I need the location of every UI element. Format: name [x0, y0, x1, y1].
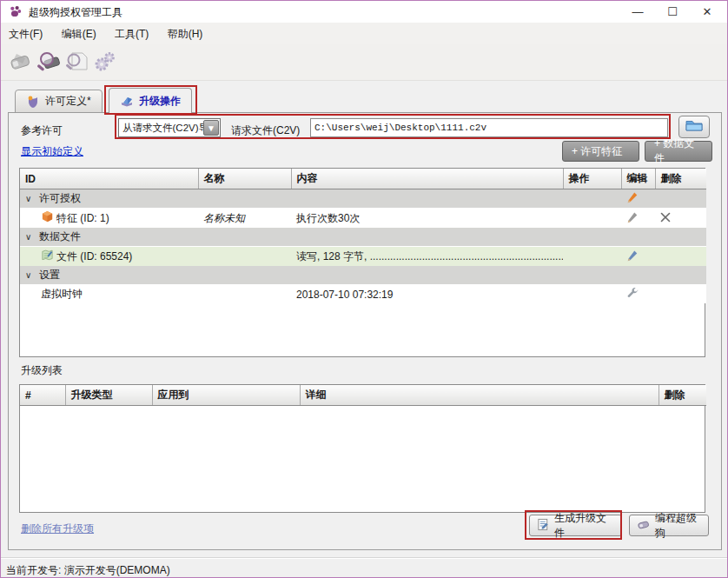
- license-group-row[interactable]: ∨数据文件: [20, 228, 706, 247]
- program-superdog-button[interactable]: 编程超级狗: [629, 515, 709, 536]
- row-id-label: 许可授权: [39, 192, 81, 204]
- reference-source-value: 从请求文件(C2V)导入: [119, 122, 203, 135]
- title-bar: 超级狗授权管理工具 — ☐ ✕: [1, 1, 727, 23]
- row-content: 读写, 128 字节, ............................…: [291, 247, 563, 267]
- menu-bar: 文件(F) 编辑(E) 工具(T) 帮助(H): [1, 23, 727, 44]
- menu-help[interactable]: 帮助(H): [160, 23, 211, 46]
- tab-upgrade-operation[interactable]: 升级操作: [109, 88, 192, 114]
- upgrade-table: #升级类型应用到详细删除: [20, 385, 706, 406]
- file-doc-icon: [41, 249, 56, 264]
- license-table-container: ID名称内容操作编辑删除 ∨许可授权特征 (ID: 1)名称未知执行次数30次∨…: [19, 168, 705, 357]
- row-action-cell: [563, 228, 621, 247]
- show-initial-definition-link[interactable]: 显示初始定义: [21, 144, 83, 159]
- app-paw-icon: [8, 4, 23, 19]
- request-file-label: 请求文件(C2V): [231, 123, 300, 138]
- generate-upgrade-file-button[interactable]: 生成升级文件: [529, 515, 622, 536]
- row-action-cell: [563, 285, 621, 304]
- upgrade-column-header-0[interactable]: #: [20, 385, 65, 406]
- view-file-icon[interactable]: [63, 49, 89, 75]
- minimize-button[interactable]: —: [621, 1, 654, 23]
- row-content: 执行次数30次: [291, 209, 563, 229]
- row-content: 2018-07-10 07:32:19: [291, 285, 563, 304]
- settings-gears-icon[interactable]: [91, 49, 117, 75]
- license-header-row: ID名称内容操作编辑删除: [20, 169, 706, 189]
- row-id-label: 文件 (ID: 65524): [56, 250, 132, 262]
- request-file-path-input[interactable]: C:\Users\weij\Desktop\1111.c2v: [310, 118, 668, 137]
- license-item-row[interactable]: 虚拟时钟2018-07-10 07:32:19: [20, 285, 706, 304]
- maximize-button[interactable]: ☐: [656, 1, 689, 23]
- upgrade-column-header-2[interactable]: 应用到: [152, 385, 300, 406]
- inspect-dongle-icon[interactable]: [36, 49, 62, 75]
- upgrade-panel: 参考许可 从请求文件(C2V)导入 ▼ 请求文件(C2V) C:\Users\w…: [8, 112, 722, 550]
- current-developer-id: 当前开发号: 演示开发号(DEMOMA): [6, 563, 170, 578]
- edit-button[interactable]: [626, 191, 639, 206]
- close-button[interactable]: ✕: [691, 1, 724, 23]
- upgrade-table-container: #升级类型应用到详细删除: [19, 384, 705, 513]
- row-id-label: 虚拟时钟: [41, 288, 83, 300]
- row-content: [291, 228, 563, 247]
- upgrade-column-header-4[interactable]: 删除: [659, 385, 706, 406]
- license-item-row[interactable]: 特征 (ID: 1)名称未知执行次数30次: [20, 209, 706, 229]
- edit-button[interactable]: [626, 249, 639, 264]
- app-window: 超级狗授权管理工具 — ☐ ✕ 文件(F) 编辑(E) 工具(T) 帮助(H): [0, 0, 728, 578]
- status-bar: 当前开发号: 演示开发号(DEMOMA): [1, 559, 727, 578]
- add-data-file-button[interactable]: + 数据文件: [645, 141, 712, 162]
- row-name: [198, 228, 291, 247]
- menu-tools[interactable]: 工具(T): [107, 23, 156, 46]
- row-action-cell: [563, 247, 621, 267]
- tab-license-label: 许可定义*: [45, 94, 91, 109]
- collapse-chevron-icon[interactable]: ∨: [25, 232, 39, 242]
- menu-edit[interactable]: 编辑(E): [54, 23, 104, 46]
- row-id-label: 设置: [39, 269, 60, 281]
- upgrade-column-header-1[interactable]: 升级类型: [65, 385, 152, 406]
- upgrade-column-header-3[interactable]: 详细: [300, 385, 659, 406]
- license-table-body: ∨许可授权特征 (ID: 1)名称未知执行次数30次∨数据文件文件 (ID: 6…: [20, 189, 706, 304]
- collapse-chevron-icon[interactable]: ∨: [25, 194, 39, 203]
- program-superdog-label: 编程超级狗: [655, 511, 701, 541]
- license-group-row[interactable]: ∨许可授权: [20, 189, 706, 209]
- upgrade-header-row: #升级类型应用到详细删除: [20, 385, 706, 406]
- upgrade-list-title: 升级列表: [21, 363, 63, 378]
- chevron-down-icon[interactable]: ▼: [203, 120, 219, 136]
- collapse-chevron-icon[interactable]: ∨: [25, 270, 39, 280]
- toolbar: [1, 44, 727, 81]
- row-action-cell: [563, 209, 621, 229]
- row-name: [198, 247, 291, 267]
- generate-upgrade-file-label: 生成升级文件: [554, 511, 614, 541]
- edit-button[interactable]: [626, 287, 639, 302]
- generate-file-icon: [537, 518, 550, 534]
- license-column-header-1[interactable]: 名称: [198, 169, 291, 189]
- license-column-header-0[interactable]: ID: [20, 169, 198, 189]
- license-table: ID名称内容操作编辑删除 ∨许可授权特征 (ID: 1)名称未知执行次数30次∨…: [20, 169, 706, 303]
- row-id-label: 特征 (ID: 1): [56, 212, 109, 224]
- reference-license-label: 参考许可: [21, 123, 63, 138]
- row-name: [198, 266, 291, 285]
- program-dongle-icon[interactable]: [8, 49, 34, 75]
- tab-license-definition[interactable]: 许可定义*: [15, 90, 103, 113]
- row-action-cell: [563, 189, 621, 209]
- edit-button[interactable]: [626, 211, 639, 226]
- row-name: [198, 189, 291, 209]
- license-column-header-4[interactable]: 编辑: [621, 169, 655, 189]
- row-content: [291, 189, 563, 209]
- menu-file[interactable]: 文件(F): [1, 23, 50, 46]
- license-group-row[interactable]: ∨设置: [20, 266, 706, 285]
- row-id-label: 数据文件: [39, 230, 81, 242]
- feature-cube-icon: [41, 210, 56, 226]
- license-column-header-3[interactable]: 操作: [563, 169, 621, 189]
- license-column-header-5[interactable]: 删除: [655, 169, 706, 189]
- tab-upgrade-label: 升级操作: [139, 94, 181, 109]
- delete-all-upgrades-link[interactable]: 删除所有升级项: [21, 522, 94, 536]
- license-item-row[interactable]: 文件 (ID: 65524)读写, 128 字节, ..............…: [20, 247, 706, 267]
- add-license-feature-button[interactable]: + 许可特征: [562, 141, 639, 162]
- row-content: [291, 266, 563, 285]
- browse-file-button[interactable]: [678, 116, 710, 138]
- folder-icon: [685, 119, 703, 135]
- delete-button[interactable]: [660, 212, 671, 225]
- reference-source-select[interactable]: 从请求文件(C2V)导入 ▼: [118, 118, 221, 137]
- dongle-icon: [637, 519, 651, 533]
- license-column-header-2[interactable]: 内容: [291, 169, 563, 189]
- row-action-cell: [563, 266, 621, 285]
- row-name: [198, 285, 291, 304]
- upgrade-tab-icon: [120, 95, 134, 109]
